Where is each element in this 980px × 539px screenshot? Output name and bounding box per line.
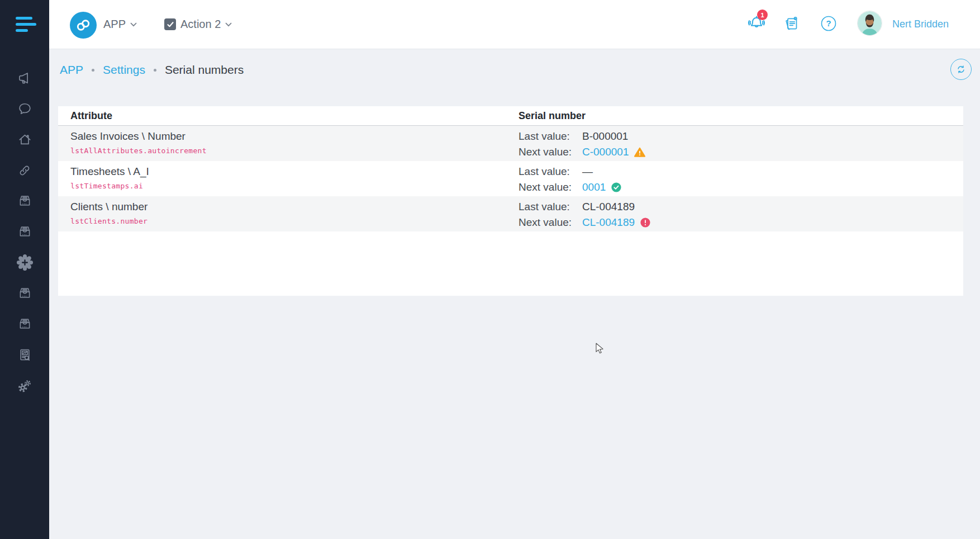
sidebar-item-settings[interactable] (0, 370, 49, 401)
app-menu-label: APP (103, 18, 126, 31)
last-value: — (582, 166, 593, 178)
sidebar (0, 0, 49, 539)
table-row: Clients \ number lstClients.number Last … (58, 196, 963, 231)
help-button[interactable]: ? (821, 16, 836, 34)
sidebar-item-links[interactable] (0, 155, 49, 186)
breadcrumb-settings-link[interactable]: Settings (103, 63, 145, 77)
attribute-code: lstClients.number (70, 217, 518, 225)
page-title: Serial numbers (165, 63, 244, 77)
table-header-row: Attribute Serial number (58, 106, 963, 126)
sidebar-item-inbox-4[interactable] (0, 309, 49, 339)
next-value-link[interactable]: C-000001 (582, 146, 629, 158)
inbox-icon (17, 286, 32, 301)
inbox-icon (17, 224, 32, 239)
column-header-attribute: Attribute (58, 110, 518, 122)
warning-icon[interactable] (634, 147, 645, 157)
chevron-down-icon (225, 22, 232, 27)
attribute-name: Sales Invoices \ Number (70, 130, 518, 143)
table-row: Timesheets \ A_I lstTimestamps.ai Last v… (58, 161, 963, 196)
notification-badge: 1 (757, 10, 768, 20)
badge-plus-icon (17, 254, 33, 271)
sidebar-item-inbox-1[interactable] (0, 186, 49, 216)
inbox-icon (17, 193, 32, 209)
breadcrumb-separator (154, 69, 156, 72)
sidebar-item-reports[interactable] (0, 339, 49, 370)
app-screen: APP Action 2 1 (0, 0, 980, 539)
notifications-button[interactable]: 1 (747, 13, 767, 35)
next-value-link[interactable]: 0001 (582, 181, 606, 193)
action-menu-label: Action 2 (180, 18, 221, 31)
sidebar-nav (0, 63, 49, 401)
serial-numbers-card: Attribute Serial number Sales Invoices \… (58, 106, 963, 296)
avatar-photo (858, 11, 882, 35)
megaphone-icon (17, 70, 32, 86)
last-value: B-000001 (582, 130, 628, 143)
app-logo[interactable] (70, 12, 97, 39)
sidebar-item-inbox-2[interactable] (0, 216, 49, 247)
last-value-label: Last value: (518, 201, 582, 213)
attribute-code: lstTimestamps.ai (70, 182, 518, 190)
app-menu[interactable]: APP (103, 0, 137, 49)
sidebar-item-announcements[interactable] (0, 63, 49, 93)
mouse-cursor (596, 343, 605, 354)
user-name[interactable]: Nert Bridden (892, 0, 949, 49)
last-value: CL-004189 (582, 201, 635, 213)
table-row: Sales Invoices \ Number lstAllAttributes… (58, 126, 963, 161)
inbox-icon (17, 316, 32, 332)
sidebar-item-inbox-3[interactable] (0, 278, 49, 309)
column-header-serial: Serial number (518, 110, 586, 122)
sidebar-item-home[interactable] (0, 124, 49, 155)
refresh-icon (955, 64, 967, 75)
release-notes-button[interactable] (783, 15, 800, 34)
last-value-label: Last value: (518, 166, 582, 178)
infinity-logo-icon (75, 17, 92, 34)
success-icon[interactable] (611, 182, 621, 192)
user-avatar[interactable] (857, 11, 882, 36)
breadcrumb: APP Settings Serial numbers (49, 49, 980, 91)
chat-icon (17, 101, 32, 116)
table-body: Sales Invoices \ Number lstAllAttributes… (58, 126, 963, 231)
check-icon (167, 22, 174, 27)
sidebar-item-create-new[interactable] (0, 247, 49, 278)
attribute-code: lstAllAttributes.autoincrement (70, 146, 518, 155)
topbar: APP Action 2 1 (49, 0, 980, 49)
attribute-name: Timesheets \ A_I (70, 166, 518, 178)
action-checkbox[interactable] (164, 18, 176, 30)
attribute-name: Clients \ number (70, 201, 518, 213)
sidebar-item-chat[interactable] (0, 93, 49, 124)
next-value-label: Next value: (518, 146, 582, 158)
error-icon[interactable] (640, 218, 650, 228)
home-icon (17, 132, 32, 147)
action-menu[interactable]: Action 2 (164, 0, 232, 49)
chevron-down-icon (130, 22, 137, 27)
next-value-label: Next value: (518, 216, 582, 229)
breadcrumb-app-link[interactable]: APP (60, 63, 83, 77)
link-icon (17, 163, 32, 178)
next-value-link[interactable]: CL-004189 (582, 216, 635, 229)
menu-toggle-icon[interactable] (16, 17, 38, 32)
question-circle-icon: ? (821, 16, 836, 31)
gears-icon (17, 378, 32, 394)
refresh-button[interactable] (950, 59, 972, 80)
notepad-icon (783, 15, 800, 32)
next-value-label: Next value: (518, 181, 582, 193)
last-value-label: Last value: (518, 130, 582, 143)
report-search-icon (17, 347, 32, 362)
breadcrumb-separator (92, 69, 94, 72)
svg-text:?: ? (826, 18, 831, 28)
